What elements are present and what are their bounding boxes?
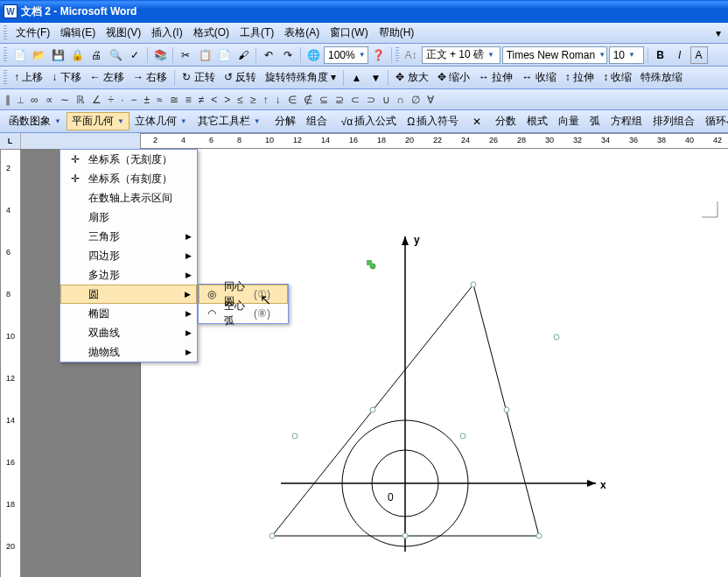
move-down-button[interactable]: ↓ 下移 (48, 70, 84, 85)
math-symbol[interactable]: ∝ (46, 94, 53, 106)
insert-symbol-button[interactable]: Ω 插入符号 (402, 112, 464, 130)
rotate-ccw-button[interactable]: ↺ 反转 (220, 70, 260, 85)
math-symbol[interactable]: ≤ (237, 94, 243, 106)
bold-button[interactable]: B (652, 46, 669, 64)
menu-三角形[interactable]: 三角形▶ (60, 227, 197, 246)
math-symbol[interactable]: ≈ (157, 94, 163, 106)
math-symbol[interactable]: ∀ (427, 94, 434, 106)
copy-button[interactable]: 📋 (196, 46, 214, 64)
math-symbol[interactable]: ≡ (186, 94, 192, 106)
help-button[interactable]: ❓ (370, 46, 388, 64)
cancel-icon[interactable]: ✕ (467, 114, 486, 130)
shrink-h-button[interactable]: ↔ 收缩 (518, 70, 559, 85)
paste-button[interactable]: 📄 (215, 46, 233, 64)
math-symbol[interactable]: > (224, 94, 230, 106)
menu-item-h[interactable]: 帮助(H) (374, 25, 420, 40)
menu-item-a[interactable]: 表格(A) (279, 25, 325, 40)
vertical-ruler[interactable]: 2468101214161820 (0, 149, 21, 577)
spellcheck-button[interactable]: ✓ (126, 46, 144, 64)
math-symbol[interactable]: ⟂ (18, 94, 24, 106)
group-button[interactable]: 组合 (301, 112, 332, 130)
insert-formula-button[interactable]: √α 插入公式 (336, 112, 402, 130)
menu-四边形[interactable]: 四边形▶ (60, 246, 197, 265)
solid-geometry-menu[interactable]: 立体几何▼ (130, 112, 192, 130)
stretch-v-button[interactable]: ↕ 拉伸 (562, 70, 598, 85)
new-doc-button[interactable]: 📄 (10, 46, 28, 64)
plane-geometry-menu[interactable]: 平面几何▼ (66, 112, 130, 130)
math-symbol[interactable]: ∩ (397, 94, 405, 106)
radical-button[interactable]: 根式 (522, 112, 553, 130)
menu-坐标系（无刻度）[interactable]: ✛坐标系（无刻度） (60, 150, 197, 169)
menu-item-i[interactable]: 插入(I) (146, 25, 187, 40)
research-button[interactable]: 📚 (151, 46, 169, 64)
math-symbol[interactable]: − (131, 94, 137, 106)
math-symbol[interactable]: ∞ (31, 94, 38, 106)
cut-button[interactable]: ✂ (177, 46, 194, 64)
undo-button[interactable]: ↶ (260, 46, 277, 64)
math-symbol[interactable]: ↓ (276, 94, 281, 106)
math-symbol[interactable]: ∪ (382, 94, 390, 106)
menu-item-w[interactable]: 窗口(W) (325, 25, 373, 40)
math-symbol[interactable]: < (211, 94, 217, 106)
menu-collapse-icon[interactable]: ▾ (716, 27, 724, 39)
stretch-h-button[interactable]: ↔ 拉伸 (475, 70, 516, 85)
math-symbol[interactable]: ≥ (250, 94, 256, 106)
print-button[interactable]: 🖨 (88, 46, 105, 64)
arc-button[interactable]: 弧 (584, 112, 606, 130)
menu-双曲线[interactable]: 双曲线▶ (60, 323, 197, 342)
geometry-diagram[interactable]: x y 0 (246, 219, 622, 552)
page[interactable]: x y 0 (140, 149, 728, 577)
math-symbol[interactable]: ↑ (263, 94, 269, 106)
math-symbol[interactable]: ± (144, 94, 150, 106)
zoom-in-button[interactable]: ✥ 放大 (392, 70, 431, 85)
menu-item-t[interactable]: 工具(T) (234, 25, 279, 40)
menu-item-e[interactable]: 编辑(E) (55, 25, 101, 40)
math-symbol[interactable]: ⊇ (335, 94, 344, 106)
rotate-angle-button[interactable]: 旋转特殊角度 ▾ (262, 70, 340, 85)
permutation-button[interactable]: 排列组合 (648, 112, 700, 130)
math-symbol[interactable]: ∈ (288, 94, 297, 106)
equation-system-button[interactable]: 方程组 (606, 112, 648, 130)
menu-多边形[interactable]: 多边形▶ (60, 265, 197, 285)
menu-椭圆[interactable]: 椭圆▶ (60, 304, 197, 323)
menu-item-o[interactable]: 格式(O) (188, 25, 234, 40)
flip-v-button[interactable]: ▼ (367, 69, 384, 87)
move-left-button[interactable]: ← 左移 (87, 70, 128, 85)
fontsize-combo[interactable]: 10▼ (609, 46, 644, 64)
math-symbol[interactable]: · (121, 94, 123, 106)
recurring-decimal-button[interactable]: 循环小数 (700, 112, 728, 130)
save-button[interactable]: 💾 (49, 46, 66, 64)
math-symbol[interactable]: ∅ (411, 94, 420, 106)
italic-button[interactable]: I (671, 46, 689, 64)
print-preview-button[interactable]: 🔍 (107, 46, 124, 64)
font-combo[interactable]: Times New Roman▼ (502, 46, 607, 64)
horizontal-ruler[interactable]: 24681012141618202224262830323436384042 (140, 133, 728, 149)
math-symbol[interactable]: ∠ (92, 94, 102, 106)
hyperlink-button[interactable]: 🌐 (304, 46, 322, 64)
open-button[interactable]: 📂 (30, 46, 47, 64)
style-apply-button[interactable]: A↕ (402, 46, 420, 64)
math-symbol[interactable]: ℝ (76, 94, 85, 106)
format-painter-button[interactable]: 🖌 (234, 46, 252, 64)
zoom-out-button[interactable]: ✥ 缩小 (434, 70, 473, 85)
shrink-v-button[interactable]: ↕ 收缩 (599, 70, 635, 85)
menu-扇形[interactable]: 扇形 (60, 208, 197, 227)
vector-button[interactable]: 向量 (553, 112, 584, 130)
fraction-button[interactable]: 分数 (490, 112, 522, 130)
special-scale-button[interactable]: 特殊放缩 (637, 70, 686, 85)
ruler-corner-icon[interactable]: L (0, 133, 21, 149)
move-right-button[interactable]: → 右移 (130, 70, 171, 85)
menu-坐标系（有刻度）[interactable]: ✛坐标系（有刻度） (60, 169, 197, 188)
math-symbol[interactable]: ÷ (108, 94, 115, 106)
menu-item-v[interactable]: 视图(V) (101, 25, 146, 40)
submenu-空心弧[interactable]: ◠空心弧(⑧) (199, 304, 288, 323)
math-symbol[interactable]: ∉ (304, 94, 312, 106)
move-up-button[interactable]: ↑ 上移 (10, 70, 46, 85)
embox-button[interactable]: A (690, 46, 708, 64)
math-symbol[interactable]: ≠ (199, 94, 205, 106)
math-symbol[interactable]: ∥ (5, 94, 10, 106)
menu-item-f[interactable]: 文件(F) (10, 25, 55, 40)
rotate-cw-button[interactable]: ↻ 正转 (178, 70, 218, 85)
math-symbol[interactable]: ⊂ (351, 94, 360, 106)
math-symbol[interactable]: ∼ (60, 94, 69, 106)
